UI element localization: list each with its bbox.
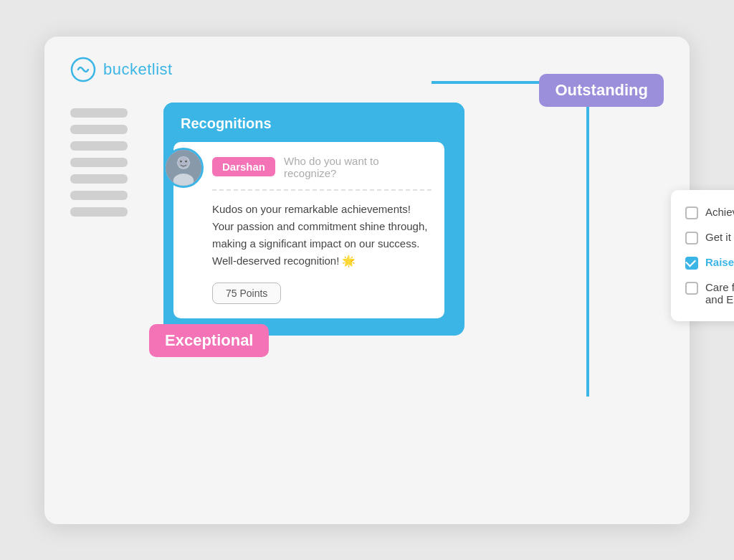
svg-point-6 (185, 160, 187, 162)
logo-text: bucketlist (103, 60, 173, 79)
sidebar-bar (70, 141, 128, 151)
option-label: Care for Customersand Each Other (705, 281, 734, 305)
checkbox-care-for-customers[interactable] (685, 282, 698, 295)
options-list: Achieve Life Goals Get it Done Raise the… (671, 190, 734, 321)
option-item[interactable]: Care for Customersand Each Other (685, 275, 734, 311)
sidebar-bar (70, 207, 128, 217)
points-badge[interactable]: 75 Points (212, 283, 281, 304)
recognize-placeholder[interactable]: Who do you want to recognize? (284, 155, 432, 179)
option-item[interactable]: Get it Done (685, 225, 734, 250)
checkbox-achieve-life-goals[interactable] (685, 207, 698, 219)
avatar-image (166, 150, 201, 186)
option-label-selected: Raise the Bar (705, 256, 734, 268)
checkbox-raise-the-bar[interactable] (685, 257, 698, 270)
svg-point-5 (180, 160, 182, 162)
name-badge[interactable]: Darshan (212, 157, 275, 176)
avatar (163, 148, 204, 188)
checkbox-get-it-done[interactable] (685, 232, 698, 245)
main-card: bucketlist Outstanding Recognitions (44, 37, 690, 524)
outstanding-label: Outstanding (539, 74, 664, 107)
sidebar-bar (70, 108, 128, 118)
option-label: Achieve Life Goals (705, 206, 734, 218)
recognitions-card: Recognitions (163, 103, 464, 336)
kudos-text: Kudos on your remarkable achievements! Y… (212, 201, 432, 270)
bucketlist-logo-icon (70, 57, 96, 82)
option-item[interactable]: Achieve Life Goals (685, 200, 734, 225)
form-top-row: Darshan Who do you want to recognize? (212, 155, 432, 179)
option-label: Get it Done (705, 231, 734, 243)
recognitions-header: Recognitions (163, 103, 464, 142)
svg-point-4 (178, 156, 189, 168)
option-item-selected[interactable]: Raise the Bar (685, 250, 734, 275)
recognition-form: Darshan Who do you want to recognize? Ku… (173, 142, 444, 318)
exceptional-label: Exceptional (149, 324, 269, 357)
sidebar-bars (70, 108, 128, 217)
sidebar-bar (70, 191, 128, 200)
divider (212, 189, 432, 191)
connector-line-vertical-right (586, 81, 589, 397)
recognitions-title: Recognitions (181, 115, 272, 131)
sidebar-bar (70, 174, 128, 184)
sidebar-bar (70, 158, 128, 167)
sidebar-bar (70, 125, 128, 134)
